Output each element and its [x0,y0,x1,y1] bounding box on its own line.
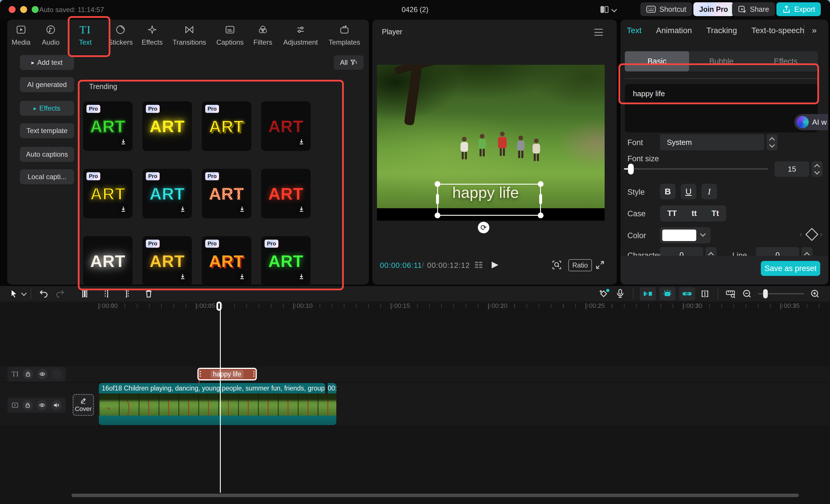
resize-handle[interactable] [435,212,440,218]
resize-handle[interactable] [538,212,544,218]
keyframe-icon[interactable] [805,228,818,241]
resize-handle[interactable] [538,181,544,187]
timeline-zoom-slider[interactable] [758,287,804,300]
tab-audio[interactable]: Audio [35,23,67,46]
tab-tracking[interactable]: Tracking [706,26,737,35]
shortcut-label: Shortcut [660,5,686,13]
font-stepper[interactable] [767,134,777,150]
title-bar: Auto saved: 11:14:57 0426 (2) Shortcut J… [0,0,830,19]
sidebar-item-ai-generated[interactable]: AI generated [20,77,74,92]
zoom-out-icon[interactable] [739,287,755,300]
sidebar-item-label: Auto captions [26,150,68,158]
style-underline-button[interactable]: U [681,184,696,199]
ratio-button[interactable]: Ratio [568,259,592,271]
tab-transitions[interactable]: Transitions [167,23,211,46]
tab-text-to-speech[interactable]: Text-to-speech [751,26,804,35]
font-size-slider-handle[interactable] [628,164,634,174]
font-size-stepper[interactable] [811,161,823,177]
split-view-icon[interactable] [697,287,713,300]
share-button[interactable]: Share [732,2,775,16]
tab-text[interactable]: Text [627,26,641,35]
font-size-field[interactable]: 15 [775,161,809,177]
duration-timecode: 00:00:12:12 [427,261,470,270]
auto-preview-toggle[interactable] [660,287,675,300]
style-bold-button[interactable]: B [660,184,675,199]
lock-icon[interactable] [23,369,33,379]
style-italic-button[interactable]: I [701,184,717,199]
ruler-major-tick: | [195,302,197,310]
video-clip[interactable]: 16of18 Children playing, dancing, young … [99,383,336,425]
tab-templates[interactable]: Templates [324,23,364,46]
text-track-header: TI [7,367,66,381]
video-preview[interactable]: happy life [377,65,605,221]
chevron-down-icon[interactable] [612,9,616,11]
save-as-preset-button[interactable]: Save as preset [761,261,820,276]
trim-handle-right[interactable] [253,371,254,377]
storyboard-icon[interactable] [474,260,484,270]
font-size-slider[interactable] [624,168,768,170]
case-title-button[interactable]: Tt [711,209,719,218]
annotation-text-tab [68,16,110,57]
tab-animation[interactable]: Animation [656,26,692,35]
undo-icon[interactable] [36,287,52,300]
record-voiceover-icon[interactable] [612,287,628,300]
sidebar-item-effects[interactable]: ▸Effects [20,101,74,116]
tab-adjustment[interactable]: Adjustment [277,23,324,46]
fullscreen-icon[interactable] [595,260,605,270]
eye-icon[interactable] [37,369,47,379]
sidebar-item-auto-captions[interactable]: Auto captions [20,147,74,162]
video-track-icon [11,402,19,408]
sidebar-item-add-text[interactable]: ▸Add text [20,55,74,70]
video-caption-text: 16of18 Children playing, dancing, young … [99,384,325,392]
keyframe-next-icon[interactable]: › [820,230,823,239]
join-pro-button[interactable]: Join Pro [693,2,734,16]
case-lower-button[interactable]: tt [692,209,697,218]
side-handle[interactable] [539,194,542,204]
timeline-zoom-handle[interactable] [763,289,768,298]
horizontal-scrollbar[interactable] [71,494,799,497]
tab-filters[interactable]: Filters [249,23,277,46]
tab-captions[interactable]: Captions [211,23,249,46]
cursor-menu-chevron[interactable] [22,292,26,295]
tab-label: Templates [328,38,360,46]
tab-effects[interactable]: Effects [137,23,167,46]
text-clip[interactable]: happy life [197,368,257,380]
sidebar-item-text-template[interactable]: Text template [20,123,74,138]
mute-icon[interactable] [51,400,62,410]
edit-cover-button[interactable]: Cover [73,394,94,416]
redo-icon[interactable] [52,287,68,300]
player-title: Player [382,28,402,36]
timeline-scale-icon[interactable] [723,287,739,300]
filter-all-button[interactable]: All [334,55,364,70]
side-handle[interactable] [436,194,439,204]
rotate-handle[interactable]: ⟳ [478,222,489,233]
magnetic-snap-toggle[interactable] [640,287,656,300]
play-button[interactable]: ▶ [492,259,498,269]
link-clips-toggle[interactable] [679,287,695,300]
zoom-in-icon[interactable] [807,287,823,300]
shortcut-button[interactable]: Shortcut [640,2,692,16]
color-select[interactable] [660,227,711,243]
resize-handle[interactable] [435,181,440,187]
more-tabs-icon[interactable]: » [812,25,817,35]
figure [478,134,486,156]
keyframe-prev-icon[interactable]: ‹ [800,230,802,239]
sidebar-item-local-capti-[interactable]: Local capti... [20,169,74,184]
trim-handle-left[interactable] [200,371,201,377]
lock-icon[interactable] [23,400,33,410]
layout-columns-icon[interactable] [600,5,609,14]
case-upper-button[interactable]: TT [667,209,677,218]
player-menu-icon[interactable] [594,29,603,36]
eye-icon[interactable] [37,400,47,410]
export-button[interactable]: Export [776,2,821,16]
preview-quality-icon[interactable] [552,260,562,270]
font-select[interactable]: System [660,134,764,150]
tab-media[interactable]: Media [7,23,35,46]
app-window: Auto saved: 11:14:57 0426 (2) Shortcut J… [0,0,830,504]
ai-writer-button[interactable]: AI w [794,114,828,130]
text-selection-box[interactable] [437,184,541,216]
add-keyframe-icon[interactable] [596,287,612,300]
select-cursor-icon[interactable] [6,287,22,300]
playhead-handle[interactable] [217,302,222,311]
playhead-line[interactable] [220,303,221,493]
